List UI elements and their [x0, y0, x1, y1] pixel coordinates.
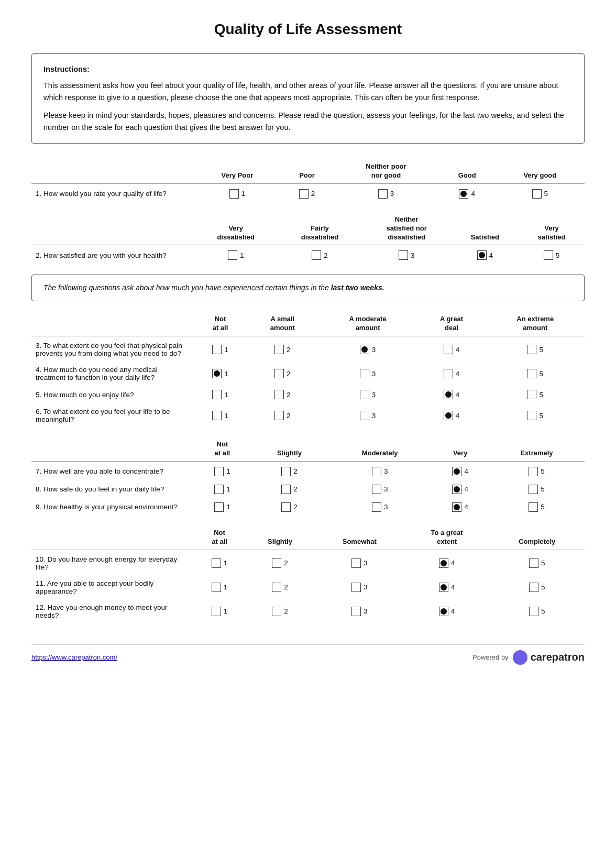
q11-opt2[interactable]: 2: [245, 575, 315, 599]
radio-box[interactable]: [351, 607, 361, 616]
q4-opt3[interactable]: 3: [318, 362, 417, 386]
q6-opt5[interactable]: 5: [486, 403, 585, 428]
radio-box-filled[interactable]: [444, 411, 453, 420]
q7-opt2[interactable]: 2: [251, 461, 328, 480]
radio-box[interactable]: [281, 485, 291, 494]
radio-box[interactable]: [351, 559, 361, 568]
radio-box[interactable]: [214, 485, 224, 494]
q3-opt3[interactable]: 3: [318, 336, 417, 362]
radio-box[interactable]: [281, 467, 291, 476]
q10-opt5[interactable]: 5: [489, 550, 585, 575]
q11-opt5[interactable]: 5: [489, 575, 585, 599]
radio-box-filled[interactable]: [444, 390, 453, 399]
q4-opt4[interactable]: 4: [417, 362, 486, 386]
radio-box[interactable]: [212, 607, 221, 616]
q7-opt3[interactable]: 3: [328, 461, 432, 480]
radio-box[interactable]: [529, 559, 538, 568]
q12-opt4[interactable]: 4: [404, 599, 490, 623]
q9-opt5[interactable]: 5: [489, 498, 585, 516]
radio-box[interactable]: [529, 467, 538, 476]
q6-opt3[interactable]: 3: [318, 403, 417, 428]
q3-opt5[interactable]: 5: [486, 336, 585, 362]
radio-box[interactable]: [212, 583, 221, 592]
q8-opt3[interactable]: 3: [328, 480, 432, 498]
q12-opt3[interactable]: 3: [315, 599, 404, 623]
q2-opt5[interactable]: 5: [519, 245, 585, 265]
q9-opt3[interactable]: 3: [328, 498, 432, 516]
radio-box[interactable]: [444, 369, 453, 378]
radio-box[interactable]: [372, 485, 381, 494]
radio-box-filled[interactable]: [439, 559, 448, 568]
q1-opt2[interactable]: 2: [281, 183, 333, 203]
q9-opt1[interactable]: 1: [194, 498, 251, 516]
radio-box[interactable]: [212, 345, 222, 354]
radio-box[interactable]: [229, 189, 239, 199]
radio-box[interactable]: [214, 467, 224, 476]
q10-opt1[interactable]: 1: [194, 550, 245, 575]
radio-box[interactable]: [360, 390, 369, 399]
radio-box[interactable]: [372, 467, 381, 476]
q11-opt4[interactable]: 4: [404, 575, 490, 599]
radio-box[interactable]: [529, 485, 538, 494]
q10-opt4[interactable]: 4: [404, 550, 490, 575]
radio-box[interactable]: [274, 369, 284, 378]
radio-box[interactable]: [360, 369, 369, 378]
radio-box[interactable]: [544, 250, 553, 260]
q8-opt5[interactable]: 5: [489, 480, 585, 498]
radio-box[interactable]: [532, 189, 542, 199]
radio-box[interactable]: [212, 411, 222, 420]
radio-box[interactable]: [299, 189, 309, 199]
q11-opt3[interactable]: 3: [315, 575, 404, 599]
q9-opt4[interactable]: 4: [432, 498, 489, 516]
radio-box[interactable]: [272, 607, 281, 616]
radio-box-filled[interactable]: [477, 250, 487, 260]
q12-opt5[interactable]: 5: [489, 599, 585, 623]
radio-box[interactable]: [272, 559, 281, 568]
radio-box[interactable]: [281, 502, 291, 512]
radio-box-filled[interactable]: [452, 502, 461, 512]
radio-box-filled[interactable]: [452, 485, 461, 494]
q5-opt4[interactable]: 4: [417, 386, 486, 403]
radio-box[interactable]: [372, 502, 381, 512]
q5-opt5[interactable]: 5: [486, 386, 585, 403]
q10-opt2[interactable]: 2: [245, 550, 315, 575]
radio-box[interactable]: [378, 189, 388, 199]
radio-box[interactable]: [212, 390, 222, 399]
radio-box[interactable]: [529, 502, 538, 512]
q8-opt2[interactable]: 2: [251, 480, 328, 498]
q1-opt1[interactable]: 1: [194, 183, 281, 203]
q1-opt3[interactable]: 3: [333, 183, 439, 203]
radio-box[interactable]: [272, 583, 281, 592]
radio-box[interactable]: [312, 250, 321, 260]
radio-box[interactable]: [527, 369, 536, 378]
radio-box[interactable]: [274, 411, 284, 420]
radio-box[interactable]: [214, 502, 224, 512]
q12-opt1[interactable]: 1: [194, 599, 245, 623]
q9-opt2[interactable]: 2: [251, 498, 328, 516]
radio-box-filled[interactable]: [360, 345, 369, 354]
q3-opt1[interactable]: 1: [194, 336, 247, 362]
q4-opt2[interactable]: 2: [247, 362, 318, 386]
radio-box[interactable]: [529, 583, 538, 592]
q11-opt1[interactable]: 1: [194, 575, 245, 599]
q12-opt2[interactable]: 2: [245, 599, 315, 623]
radio-box[interactable]: [444, 345, 453, 354]
radio-box[interactable]: [529, 607, 538, 616]
q1-opt4[interactable]: 4: [439, 183, 496, 203]
radio-box[interactable]: [527, 411, 536, 420]
q2-opt4[interactable]: 4: [452, 245, 519, 265]
q2-opt1[interactable]: 1: [194, 245, 278, 265]
radio-box[interactable]: [274, 390, 284, 399]
radio-box[interactable]: [274, 345, 284, 354]
q3-opt4[interactable]: 4: [417, 336, 486, 362]
q8-opt1[interactable]: 1: [194, 480, 251, 498]
q6-opt4[interactable]: 4: [417, 403, 486, 428]
radio-box[interactable]: [228, 250, 237, 260]
q7-opt5[interactable]: 5: [489, 461, 585, 480]
radio-box[interactable]: [212, 559, 221, 568]
radio-box[interactable]: [351, 583, 361, 592]
radio-box[interactable]: [527, 345, 536, 354]
q4-opt1[interactable]: 1: [194, 362, 247, 386]
q4-opt5[interactable]: 5: [486, 362, 585, 386]
q3-opt2[interactable]: 2: [247, 336, 318, 362]
